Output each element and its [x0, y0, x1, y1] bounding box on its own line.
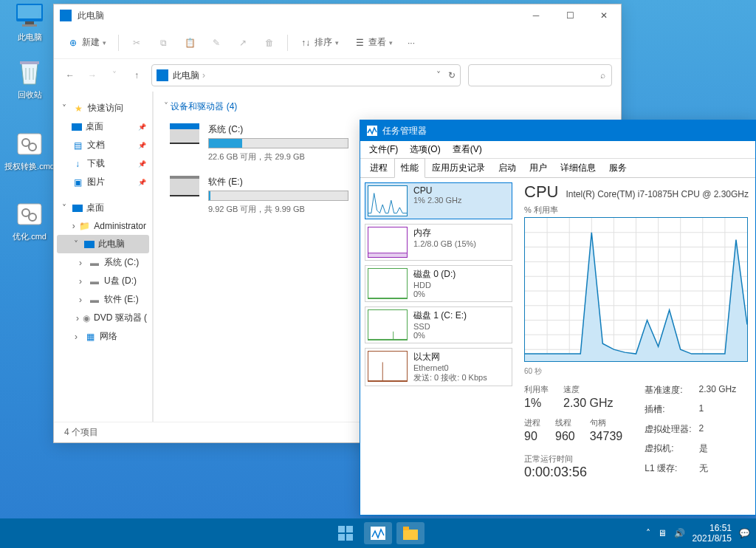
cut-button[interactable]: ✂	[125, 32, 148, 53]
folder-icon: 📁	[79, 220, 90, 232]
close-button[interactable]: ✕	[587, 4, 621, 27]
address-bar[interactable]: 此电脑 › ˅ ↻	[151, 64, 461, 86]
group-header[interactable]: ˅ 设备和驱动器 (4)	[164, 97, 611, 120]
svg-rect-1	[18, 5, 41, 18]
taskbar-explorer[interactable]	[396, 522, 425, 544]
minimize-button[interactable]: ─	[519, 4, 553, 27]
disc-icon: ◉	[83, 312, 90, 324]
drive-icon: ▬	[89, 294, 100, 306]
card-ethernet[interactable]: 以太网Ethernet0发送: 0 接收: 0 Kbps	[365, 348, 512, 386]
card-disk0[interactable]: 磁盘 0 (D:)HDD0%	[365, 265, 512, 302]
chevron-down-icon[interactable]: ˅	[436, 70, 441, 81]
desktop-icon-recycle-bin[interactable]: 回收站	[4, 58, 55, 100]
sidebar-item-admin[interactable]: ›📁Administrator	[57, 217, 149, 235]
search-icon: ⌕	[600, 70, 605, 81]
cpu-chart	[524, 217, 748, 362]
svg-rect-38	[346, 526, 353, 532]
mini-chart	[368, 309, 408, 340]
sidebar-item-thispc[interactable]: ˅此电脑	[57, 235, 149, 253]
sidebar-item-desktop[interactable]: 桌面📌	[57, 117, 149, 136]
delete-button[interactable]: 🗑	[258, 32, 281, 53]
card-cpu[interactable]: CPU1% 2.30 GHz	[365, 182, 512, 219]
view-button[interactable]: ☰查看▾	[348, 32, 399, 53]
sidebar-item-pictures[interactable]: ▣图片📌	[57, 173, 149, 191]
back-button[interactable]: ←	[63, 68, 78, 83]
svg-rect-2	[25, 21, 34, 24]
tab-services[interactable]: 服务	[602, 158, 633, 178]
chart-label: % 利用率	[524, 205, 748, 216]
pin-icon: 📌	[138, 142, 146, 149]
menu-file[interactable]: 文件(F)	[363, 141, 404, 158]
sidebar-item-desktop2[interactable]: ˅桌面	[57, 199, 149, 217]
desktop-icon	[72, 123, 82, 131]
paste-icon: 📋	[184, 37, 196, 49]
tab-processes[interactable]: 进程	[363, 158, 394, 178]
chart-xlabel: 60 秒	[524, 366, 748, 377]
share-button[interactable]: ↗	[231, 32, 255, 53]
sidebar-item-drive-c[interactable]: ›▬系统 (C:)	[57, 253, 149, 272]
up-button[interactable]: ˅	[107, 68, 122, 83]
tray-chevron-icon[interactable]: ˄	[646, 528, 650, 538]
svg-rect-39	[338, 534, 345, 541]
svg-rect-40	[346, 534, 353, 541]
menu-view[interactable]: 查看(V)	[447, 141, 488, 158]
sidebar-item-downloads[interactable]: ↓下载📌	[57, 154, 149, 173]
up-button[interactable]: ↑	[129, 68, 144, 83]
tab-bar: 进程 性能 应用历史记录 启动 用户 详细信息 服务	[360, 159, 755, 178]
titlebar[interactable]: 任务管理器	[360, 120, 755, 141]
menu-options[interactable]: 选项(O)	[404, 141, 446, 158]
uptime-label: 正常运行时间	[524, 453, 622, 465]
paste-button[interactable]: 📋	[178, 32, 202, 53]
sidebar-item-dvd[interactable]: ›◉DVD 驱动器 (	[57, 309, 149, 327]
tab-performance[interactable]: 性能	[394, 158, 425, 178]
tab-users[interactable]: 用户	[523, 158, 554, 178]
tray-notification-icon[interactable]: 💬	[739, 528, 750, 538]
search-input[interactable]	[475, 70, 600, 81]
cpu-model: Intel(R) Core(TM) i7-10875H CPU @ 2.30GH…	[566, 189, 749, 199]
breadcrumb-segment[interactable]: 此电脑	[173, 69, 199, 82]
forward-button[interactable]: →	[85, 68, 100, 83]
tray-sound-icon[interactable]: 🔊	[674, 528, 685, 538]
drive-bar	[208, 191, 348, 201]
cut-icon: ✂	[131, 37, 142, 49]
desktop-icon-file2[interactable]: 优化.cmd	[4, 199, 55, 242]
rename-button[interactable]: ✎	[205, 32, 228, 53]
search-box[interactable]: ⌕	[468, 64, 612, 86]
titlebar[interactable]: 此电脑 ─ ☐ ✕	[54, 4, 621, 27]
tray-network-icon[interactable]: 🖥	[658, 528, 667, 538]
sidebar-quick-access[interactable]: ˅★快速访问	[57, 99, 149, 117]
tray-clock[interactable]: 16:51 2021/8/15	[693, 523, 732, 544]
sidebar-item-documents[interactable]: ▤文档📌	[57, 136, 149, 154]
pin-icon: 📌	[138, 179, 146, 186]
more-button[interactable]: ···	[402, 33, 421, 52]
svg-rect-42	[403, 530, 418, 540]
star-icon: ★	[72, 103, 84, 114]
maximize-button[interactable]: ☐	[553, 4, 587, 27]
desktop-icon	[72, 205, 83, 212]
mini-chart	[368, 351, 408, 382]
card-memory[interactable]: 内存1.2/8.0 GB (15%)	[365, 224, 512, 261]
new-button[interactable]: ⊕新建▾	[61, 32, 112, 53]
refresh-button[interactable]: ↻	[448, 70, 456, 81]
drive-icon: ▬	[89, 275, 100, 287]
desktop-label: 回收站	[4, 89, 55, 100]
card-disk1[interactable]: 磁盘 1 (C: E:)SSD0%	[365, 306, 512, 343]
desktop-icon-this-pc[interactable]: 此电脑	[4, 0, 55, 43]
mini-chart	[368, 227, 408, 258]
tab-details[interactable]: 详细信息	[554, 158, 602, 178]
cpu-title: CPU	[524, 182, 558, 202]
sort-button[interactable]: ↑↓排序▾	[294, 32, 345, 53]
drive-bar	[208, 138, 348, 148]
taskbar-taskmanager[interactable]	[364, 522, 392, 544]
sidebar-item-network[interactable]: ›▦网络	[57, 327, 149, 346]
start-button[interactable]	[331, 522, 360, 544]
sidebar-item-drive-d[interactable]: ›▬U盘 (D:)	[57, 272, 149, 290]
desktop-icon-file1[interactable]: 授权转换.cmd	[4, 129, 55, 172]
sidebar-item-drive-e[interactable]: ›▬软件 (E:)	[57, 290, 149, 309]
tab-history[interactable]: 应用历史记录	[425, 158, 492, 178]
copy-icon: ⧉	[157, 37, 169, 49]
app-icon	[60, 10, 72, 21]
pin-icon: 📌	[138, 160, 146, 168]
tab-startup[interactable]: 启动	[492, 158, 523, 178]
copy-button[interactable]: ⧉	[151, 32, 175, 53]
